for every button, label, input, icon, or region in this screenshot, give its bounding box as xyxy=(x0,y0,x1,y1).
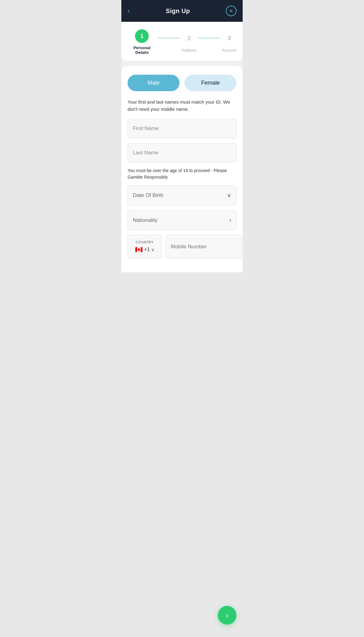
country-selector[interactable]: COUNTRY 🇨🇦 +1 ∨ xyxy=(128,235,162,259)
age-warning: You must be over the age of 19 to procee… xyxy=(128,167,236,180)
step-connector-2-3 xyxy=(198,38,221,39)
steps-container: 1 Personal Details 2 Address 3 Account xyxy=(121,22,243,61)
nationality-label: Nationality xyxy=(133,217,157,223)
male-button[interactable]: Male xyxy=(128,75,180,91)
first-name-input[interactable] xyxy=(128,119,236,138)
close-button[interactable]: ✕ xyxy=(226,6,236,16)
nationality-selector[interactable]: Nationality › xyxy=(128,210,236,230)
dob-chevron-icon: ∨ xyxy=(227,192,231,199)
gender-selector: Male Female xyxy=(128,75,236,91)
flag-icon: 🇨🇦 xyxy=(135,246,143,253)
id-notice: Your first and last names must match you… xyxy=(128,99,236,113)
steps-row: 1 Personal Details 2 Address 3 Account xyxy=(128,29,236,55)
country-chevron-icon: ∨ xyxy=(151,247,154,252)
dob-label: Date Of Birth xyxy=(133,192,163,199)
step-2: 2 Address xyxy=(182,32,197,53)
country-flag-row: 🇨🇦 +1 ∨ xyxy=(135,246,154,253)
close-icon: ✕ xyxy=(229,8,233,14)
step-connector-1-2 xyxy=(158,38,180,39)
step-1-circle: 1 xyxy=(135,29,149,43)
step-2-label: Address xyxy=(182,48,197,53)
dob-selector[interactable]: Date Of Birth ∨ xyxy=(128,185,236,205)
country-selector-label: COUNTRY xyxy=(136,240,153,244)
phone-row: COUNTRY 🇨🇦 +1 ∨ xyxy=(128,235,236,259)
step-3: 3 Account xyxy=(222,32,236,53)
step-2-circle: 2 xyxy=(182,32,196,45)
form-area: Male Female Your first and last names mu… xyxy=(121,66,243,272)
step-3-circle: 3 xyxy=(222,32,236,45)
header: ‹ Sign Up ✕ xyxy=(121,0,243,22)
step-1: 1 Personal Details xyxy=(128,29,156,55)
female-button[interactable]: Female xyxy=(184,75,236,91)
mobile-number-input[interactable] xyxy=(166,235,242,259)
step-3-label: Account xyxy=(222,48,236,53)
last-name-input[interactable] xyxy=(128,143,236,162)
step-1-label: Personal Details xyxy=(128,45,156,55)
page-title: Sign Up xyxy=(166,7,190,15)
country-code: +1 xyxy=(144,247,150,252)
back-button[interactable]: ‹ xyxy=(128,7,130,14)
nationality-chevron-icon: › xyxy=(229,217,231,223)
